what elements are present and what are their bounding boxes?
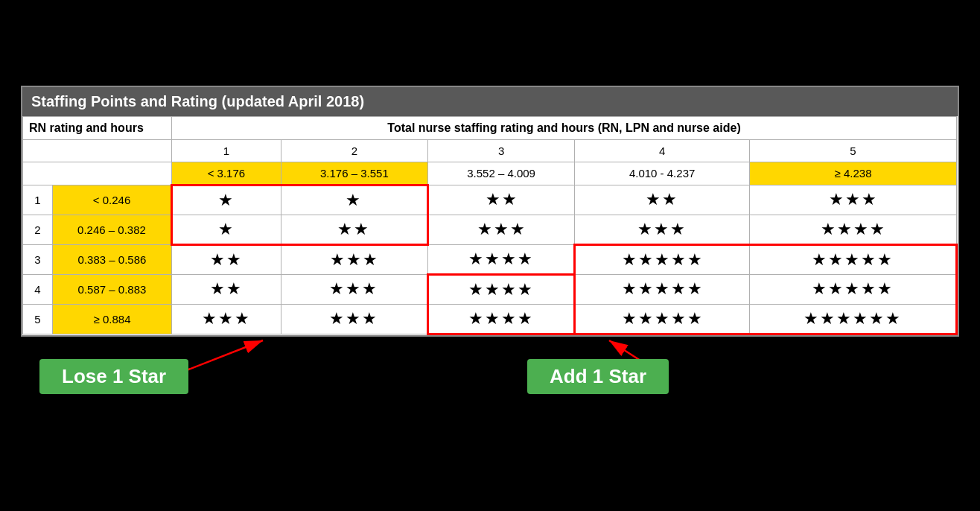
stars-4-4: ★★★★★ xyxy=(575,274,750,304)
rn-num-2: 2 xyxy=(23,215,53,244)
rn-range-4: 0.587 – 0.883 xyxy=(53,274,172,304)
range-2: 3.176 – 3.551 xyxy=(281,162,427,185)
table-row: 1 < 0.246 ★ ★ ★★ ★★ ★★★ xyxy=(23,185,957,215)
stars-4-3: ★★★★ xyxy=(427,274,574,304)
stars-4-5: ★★★★★ xyxy=(750,274,957,304)
table-row: 5 ≥ 0.884 ★★★ ★★★ ★★★★ ★★★★★ ★★★★★★ xyxy=(23,304,957,334)
stars-2-3: ★★★ xyxy=(427,215,574,244)
table-row: 3 0.383 – 0.586 ★★ ★★★ ★★★★ ★★★★★ ★★★★★ xyxy=(23,244,957,274)
stars-3-2: ★★★ xyxy=(281,244,427,274)
stars-4-1: ★★ xyxy=(172,274,281,304)
rn-header: RN rating and hours xyxy=(23,116,172,139)
stars-4-2: ★★★ xyxy=(281,274,427,304)
rn-range-2: 0.246 – 0.382 xyxy=(53,215,172,244)
stars-5-4: ★★★★★ xyxy=(575,304,750,334)
rn-range-3: 0.383 – 0.586 xyxy=(53,244,172,274)
stars-2-2: ★★ xyxy=(281,215,427,244)
table-row: 2 0.246 – 0.382 ★ ★★ ★★★ ★★★ ★★★★ xyxy=(23,215,957,244)
table-title: Staffing Points and Rating (updated Apri… xyxy=(22,87,958,116)
stars-5-2: ★★★ xyxy=(281,304,427,334)
lose-star-label: Lose 1 Star xyxy=(39,359,188,394)
col-num-4: 4 xyxy=(575,139,750,162)
stars-2-4: ★★★ xyxy=(575,215,750,244)
col-num-3: 3 xyxy=(427,139,574,162)
rn-num-1: 1 xyxy=(23,185,53,215)
stars-1-5: ★★★ xyxy=(750,185,957,215)
add-star-label: Add 1 Star xyxy=(527,359,669,394)
rn-num-5: 5 xyxy=(23,304,53,334)
range-4: 4.010 - 4.237 xyxy=(575,162,750,185)
stars-2-1: ★ xyxy=(172,215,281,244)
rn-range-1: < 0.246 xyxy=(53,185,172,215)
range-3: 3.552 – 4.009 xyxy=(427,162,574,185)
table-row: 4 0.587 – 0.883 ★★ ★★★ ★★★★ ★★★★★ ★★★★★ xyxy=(23,274,957,304)
stars-5-5: ★★★★★★ xyxy=(750,304,957,334)
stars-1-1: ★ xyxy=(172,185,281,215)
col-num-2: 2 xyxy=(281,139,427,162)
stars-3-1: ★★ xyxy=(172,244,281,274)
col-num-1: 1 xyxy=(172,139,281,162)
stars-2-5: ★★★★ xyxy=(750,215,957,244)
stars-3-5: ★★★★★ xyxy=(750,244,957,274)
stars-5-3: ★★★★ xyxy=(427,304,574,334)
stars-3-3: ★★★★ xyxy=(427,244,574,274)
range-1: < 3.176 xyxy=(172,162,281,185)
svg-line-1 xyxy=(177,340,263,374)
rn-range-5: ≥ 0.884 xyxy=(53,304,172,334)
total-header: Total nurse staffing rating and hours (R… xyxy=(172,116,957,139)
col-num-5: 5 xyxy=(750,139,957,162)
stars-3-4: ★★★★★ xyxy=(575,244,750,274)
range-5: ≥ 4.238 xyxy=(750,162,957,185)
rn-num-4: 4 xyxy=(23,274,53,304)
stars-1-4: ★★ xyxy=(575,185,750,215)
stars-1-3: ★★ xyxy=(427,185,574,215)
stars-1-2: ★ xyxy=(281,185,427,215)
rn-num-3: 3 xyxy=(23,244,53,274)
annotation-area: Lose 1 Star Add 1 Star xyxy=(21,337,959,426)
stars-5-1: ★★★ xyxy=(172,304,281,334)
